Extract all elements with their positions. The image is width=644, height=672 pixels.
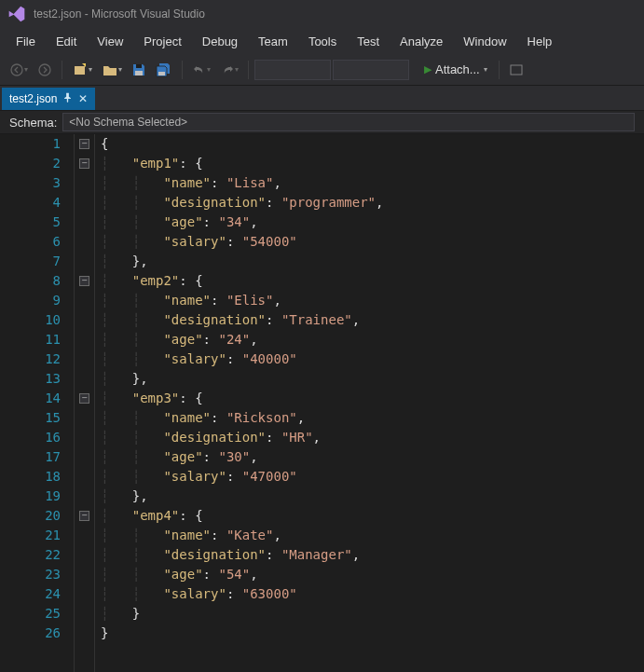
tabs-row: test2.json ✕: [0, 86, 644, 110]
menu-analyze[interactable]: Analyze: [390, 31, 453, 52]
line-number-gutter: 1234567891011121314151617181920212223242…: [0, 134, 75, 672]
toolbar-separator: [499, 61, 500, 79]
menu-window[interactable]: Window: [453, 31, 516, 52]
svg-rect-6: [158, 72, 165, 75]
menu-file[interactable]: File: [6, 31, 46, 52]
save-all-button[interactable]: [152, 59, 176, 81]
fold-toggle[interactable]: −: [79, 158, 89, 169]
menu-edit[interactable]: Edit: [46, 31, 87, 52]
menu-debug[interactable]: Debug: [192, 31, 248, 52]
code-content[interactable]: {┆ "emp1": {┆ ┆ "name": "Lisa",┆ ┆ "desi…: [95, 134, 389, 672]
fold-toggle[interactable]: −: [79, 276, 89, 286]
attach-label: Attach...: [435, 62, 480, 76]
menu-project[interactable]: Project: [133, 31, 191, 52]
toolbar-extra-button[interactable]: [505, 59, 528, 81]
close-icon[interactable]: ✕: [78, 92, 88, 105]
open-file-button[interactable]: ▾: [98, 59, 126, 81]
tab-label: test2.json: [9, 92, 57, 105]
fold-toggle[interactable]: −: [79, 139, 89, 149]
undo-button[interactable]: ▾: [188, 59, 214, 81]
code-editor[interactable]: 1234567891011121314151617181920212223242…: [0, 134, 644, 672]
menu-view[interactable]: View: [87, 31, 133, 52]
schema-label: Schema:: [9, 116, 57, 130]
toolbar-separator: [182, 61, 183, 79]
toolbar-separator: [248, 61, 249, 79]
attach-button[interactable]: ▶ Attach... ▾: [418, 59, 493, 81]
svg-rect-7: [511, 65, 522, 75]
toolbar: ▾ ▾ ▾ ▾ ▾ ▶ Attach... ▾: [0, 54, 644, 86]
menu-tools[interactable]: Tools: [298, 31, 347, 52]
vs-logo-icon: [7, 5, 26, 23]
config-combo[interactable]: [254, 60, 331, 80]
svg-point-1: [39, 64, 50, 75]
menubar: File Edit View Project Debug Team Tools …: [0, 28, 644, 54]
menu-help[interactable]: Help: [517, 31, 563, 52]
new-project-button[interactable]: ▾: [68, 59, 96, 81]
schema-select[interactable]: <No Schema Selected>: [62, 113, 635, 131]
fold-toggle[interactable]: −: [79, 393, 89, 404]
window-title: test2.json - Microsoft Visual Studio: [34, 7, 205, 21]
nav-forward-button[interactable]: [34, 59, 56, 81]
svg-point-0: [11, 64, 22, 75]
save-button[interactable]: [128, 59, 150, 81]
menu-test[interactable]: Test: [347, 31, 390, 52]
platform-combo[interactable]: [333, 60, 409, 80]
svg-rect-5: [135, 71, 143, 75]
play-icon: ▶: [424, 63, 432, 75]
editor-tab-active[interactable]: test2.json ✕: [2, 88, 95, 110]
titlebar: test2.json - Microsoft Visual Studio: [0, 0, 644, 28]
svg-rect-2: [75, 66, 85, 75]
fold-gutter: −−−−−: [75, 134, 95, 672]
schema-bar: Schema: <No Schema Selected>: [0, 110, 644, 134]
menu-team[interactable]: Team: [248, 31, 298, 52]
fold-toggle[interactable]: −: [79, 511, 89, 521]
redo-button[interactable]: ▾: [216, 59, 242, 81]
svg-rect-4: [136, 64, 142, 68]
nav-back-button[interactable]: ▾: [6, 59, 32, 81]
toolbar-separator: [62, 61, 62, 79]
pin-icon[interactable]: [62, 92, 73, 105]
